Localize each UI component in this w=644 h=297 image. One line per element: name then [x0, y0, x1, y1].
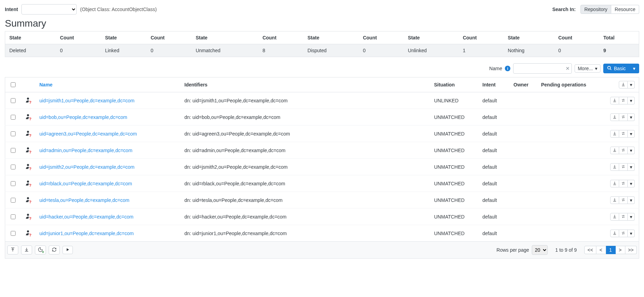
download-icon — [613, 214, 617, 219]
svg-point-2 — [27, 98, 29, 100]
row-change-owner-button[interactable] — [619, 213, 628, 221]
row-import-button[interactable] — [610, 230, 619, 237]
select-all-checkbox[interactable] — [11, 82, 16, 87]
row-actions-dropdown-button[interactable]: ▾ — [628, 213, 635, 221]
intent-label: Intent — [5, 7, 18, 12]
import-button[interactable] — [21, 245, 32, 254]
pager-page-1-button[interactable]: 1 — [606, 246, 616, 254]
row-actions-dropdown-button[interactable]: ▾ — [628, 196, 635, 204]
shadow-table: Name Identifiers Situation Intent Owner … — [5, 77, 639, 242]
row-situation: UNMATCHED — [430, 109, 478, 126]
row-name-link[interactable]: uid=bob,ou=People,dc=example,dc=com — [39, 114, 127, 120]
summary-header-state: State — [304, 31, 359, 44]
row-import-button[interactable] — [610, 180, 619, 187]
name-search-input[interactable] — [513, 63, 572, 74]
row-actions-dropdown-button[interactable]: ▾ — [628, 180, 635, 187]
row-import-button[interactable] — [610, 213, 619, 221]
row-change-owner-button[interactable] — [619, 97, 628, 104]
caret-down-icon: ▾ — [630, 231, 632, 236]
swap-icon — [621, 231, 625, 236]
summary-header-count: Count — [459, 31, 503, 44]
svg-point-6 — [27, 164, 29, 166]
pager-next-button[interactable]: > — [616, 246, 625, 254]
row-pending — [537, 109, 606, 126]
rows-per-page-select[interactable]: 20 — [532, 245, 548, 255]
caret-down-icon: ▾ — [630, 214, 632, 219]
row-change-owner-button[interactable] — [619, 180, 628, 187]
row-identifier: dn: uid=bob,ou=People,dc=example,dc=com — [180, 109, 430, 126]
row-checkbox[interactable] — [11, 165, 16, 169]
row-import-button[interactable] — [610, 130, 619, 138]
row-checkbox[interactable] — [11, 231, 16, 236]
refresh-button[interactable] — [49, 245, 60, 254]
report-button[interactable]: + — [35, 245, 46, 254]
row-name-link[interactable]: uid=rblack,ou=People,dc=example,dc=com — [39, 181, 132, 186]
intent-select[interactable] — [21, 4, 77, 15]
summary-linked-label: Linked — [101, 44, 146, 57]
row-actions-dropdown-button[interactable]: ▾ — [628, 130, 635, 138]
row-identifier: dn: uid=rblack,ou=People,dc=example,dc=c… — [180, 175, 430, 192]
row-owner — [509, 92, 537, 109]
row-pending — [537, 126, 606, 142]
row-actions-dropdown-button[interactable]: ▾ — [628, 97, 635, 104]
user-unknown-icon: ? — [25, 163, 31, 170]
row-name-link[interactable]: uid=hacker,ou=People,dc=example,dc=com — [39, 214, 133, 220]
header-download-button[interactable] — [619, 81, 628, 89]
row-name-link[interactable]: uid=admin,ou=People,dc=example,dc=com — [39, 148, 132, 153]
row-change-owner-button[interactable] — [619, 130, 628, 138]
row-actions-dropdown-button[interactable]: ▾ — [628, 163, 635, 171]
row-actions-dropdown-button[interactable]: ▾ — [628, 230, 635, 237]
row-name-link[interactable]: uid=junior1,ou=People,dc=example,dc=com — [39, 231, 134, 236]
info-icon[interactable]: i — [505, 66, 510, 71]
row-change-owner-button[interactable] — [619, 230, 628, 237]
row-situation: UNMATCHED — [430, 126, 478, 142]
pager-prev-button[interactable]: < — [596, 246, 606, 254]
row-identifier: dn: uid=jsmith1,ou=People,dc=example,dc=… — [180, 92, 430, 109]
row-checkbox[interactable] — [11, 198, 16, 203]
row-identifier: dn: uid=tesla,ou=People,dc=example,dc=co… — [180, 192, 430, 208]
pager-first-button[interactable]: << — [584, 246, 596, 254]
row-import-button[interactable] — [610, 196, 619, 204]
clear-icon[interactable]: ✕ — [566, 66, 570, 71]
row-change-owner-button[interactable] — [619, 113, 628, 121]
filter-name-label: Name — [489, 66, 502, 71]
row-checkbox[interactable] — [11, 115, 16, 120]
row-checkbox[interactable] — [11, 98, 16, 103]
row-change-owner-button[interactable] — [619, 147, 628, 154]
run-button[interactable] — [63, 246, 73, 254]
row-import-button[interactable] — [610, 163, 619, 171]
header-download-dropdown-button[interactable]: ▾ — [628, 81, 635, 89]
summary-header-state: State — [192, 31, 258, 44]
swap-icon — [621, 181, 625, 186]
row-checkbox[interactable] — [11, 148, 16, 153]
summary-header-state: State — [404, 31, 459, 44]
row-import-button[interactable] — [610, 147, 619, 154]
search-in-repository-button[interactable]: Repository — [580, 5, 611, 14]
row-name-link[interactable]: uid=agreen3,ou=People,dc=example,dc=com — [39, 131, 137, 137]
row-change-owner-button[interactable] — [619, 163, 628, 171]
more-filters-button[interactable]: More... ▾ — [575, 64, 600, 73]
download-icon — [613, 148, 617, 153]
row-checkbox[interactable] — [11, 214, 16, 219]
row-name-link[interactable]: uid=tesla,ou=People,dc=example,dc=com — [39, 197, 129, 203]
row-intent: default — [478, 92, 509, 109]
row-import-button[interactable] — [610, 113, 619, 121]
svg-point-4 — [27, 131, 29, 133]
row-situation: UNMATCHED — [430, 142, 478, 159]
row-checkbox[interactable] — [11, 181, 16, 186]
row-change-owner-button[interactable] — [619, 196, 628, 204]
row-actions-dropdown-button[interactable]: ▾ — [628, 147, 635, 154]
search-basic-button[interactable]: Basic — [603, 64, 629, 73]
export-button[interactable] — [7, 245, 18, 254]
row-checkbox[interactable] — [11, 131, 16, 136]
row-name-link[interactable]: uid=jsmith2,ou=People,dc=example,dc=com — [39, 164, 135, 170]
column-header-name[interactable]: Name — [39, 82, 52, 87]
search-mode-dropdown-button[interactable]: ▾ — [629, 64, 639, 73]
download-icon — [24, 247, 29, 253]
row-import-button[interactable] — [610, 97, 619, 104]
row-intent: default — [478, 159, 509, 175]
search-in-resource-button[interactable]: Resource — [611, 5, 639, 14]
row-actions-dropdown-button[interactable]: ▾ — [628, 113, 635, 121]
row-name-link[interactable]: uid=jsmith1,ou=People,dc=example,dc=com — [39, 98, 135, 103]
pager-last-button[interactable]: >> — [625, 246, 637, 254]
